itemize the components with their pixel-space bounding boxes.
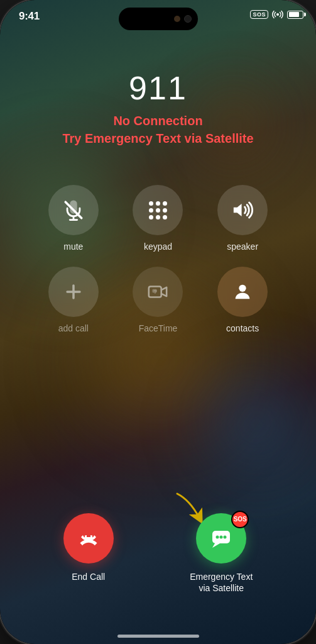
svg-point-15 <box>224 535 227 538</box>
contacts-label: contacts <box>226 323 259 333</box>
keypad-icon <box>149 201 167 219</box>
signal-icon <box>272 10 283 19</box>
svg-point-13 <box>216 535 219 538</box>
screen: 9:41 SOS 911 No Connection Try Em <box>0 0 316 644</box>
contacts-icon <box>232 281 253 303</box>
emergency-text-button[interactable]: SOS <box>196 513 246 564</box>
battery-icon <box>287 11 303 19</box>
speaker-icon <box>232 199 253 221</box>
battery-fill <box>289 12 300 17</box>
add-call-button[interactable] <box>48 267 99 317</box>
svg-point-0 <box>276 13 279 16</box>
svg-marker-12 <box>212 543 220 548</box>
facetime-label: FaceTime <box>139 323 178 333</box>
hangup-icon <box>77 527 100 550</box>
status-time: 9:41 <box>19 10 40 23</box>
add-call-label: add call <box>58 323 89 333</box>
no-connection-text: No Connection <box>113 112 202 130</box>
contacts-button[interactable] <box>217 267 268 317</box>
mute-icon <box>63 199 84 221</box>
speaker-label: speaker <box>227 242 258 252</box>
keypad-button[interactable] <box>133 185 183 235</box>
sos-status-badge: SOS <box>250 10 268 19</box>
mute-control: mute <box>39 185 109 252</box>
end-call-button[interactable] <box>63 513 114 564</box>
try-satellite-text: Try Emergency Text via Satellite <box>62 130 253 147</box>
end-call-item: End Call <box>63 513 114 582</box>
svg-marker-4 <box>234 204 242 216</box>
dynamic-island <box>119 8 198 30</box>
mute-button[interactable] <box>48 185 99 235</box>
emergency-text-label: Emergency Textvia Satellite <box>190 571 253 594</box>
notch-indicator-dot <box>174 16 180 22</box>
end-call-label: End Call <box>72 571 105 582</box>
facetime-icon: ? <box>147 281 168 303</box>
keypad-control: keypad <box>123 185 193 252</box>
add-call-icon <box>63 281 84 303</box>
controls-grid: mute keypad <box>39 185 278 333</box>
call-number: 911 <box>129 69 187 107</box>
keypad-label: keypad <box>144 242 172 252</box>
add-call-control: add call <box>39 267 109 333</box>
svg-point-14 <box>220 535 223 538</box>
contacts-control: contacts <box>208 267 278 333</box>
mute-label: mute <box>63 242 83 252</box>
svg-point-10 <box>239 285 246 292</box>
bottom-actions: End Call SOS Emergency Textvia <box>0 513 316 594</box>
message-icon <box>209 526 234 551</box>
speaker-control: speaker <box>208 185 278 252</box>
facetime-button[interactable]: ? <box>133 267 183 317</box>
phone-frame: 9:41 SOS 911 No Connection Try Em <box>0 0 316 644</box>
home-indicator[interactable] <box>117 635 199 638</box>
sos-badge-circle: SOS <box>231 511 249 528</box>
emergency-text-item: SOS Emergency Textvia Satellite <box>190 513 253 594</box>
svg-text:?: ? <box>153 288 157 295</box>
status-icons: SOS <box>250 10 303 19</box>
speaker-button[interactable] <box>217 185 268 235</box>
facetime-control: ? FaceTime <box>123 267 193 333</box>
front-camera <box>184 15 192 23</box>
